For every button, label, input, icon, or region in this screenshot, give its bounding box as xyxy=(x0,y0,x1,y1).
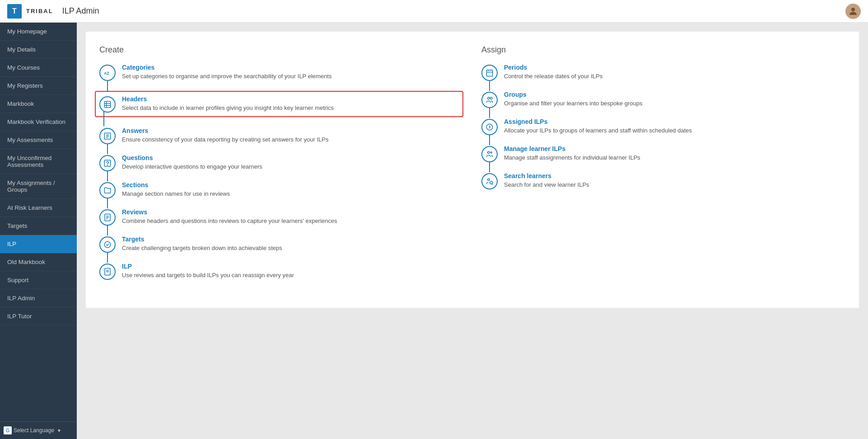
item-desc-targets: Create challenging targets broken down i… xyxy=(122,245,282,251)
tribal-logo: T xyxy=(7,4,22,19)
item-content-search-learners: Search learnersSearch for and view learn… xyxy=(504,172,845,189)
item-link-sections[interactable]: Sections xyxy=(122,181,463,189)
timeline-connector xyxy=(107,81,108,91)
svg-point-30 xyxy=(490,181,493,184)
timeline-item-manage-learner-ilps: Manage learner ILPsManage staff assignme… xyxy=(481,145,845,162)
page-title: ILP Admin xyxy=(62,6,99,16)
item-content-targets: TargetsCreate challenging targets broken… xyxy=(122,236,463,252)
item-desc-questions: Develop interactive questions to engage … xyxy=(122,163,262,170)
content-card: Create AZCategoriesSet up categories to … xyxy=(86,32,859,308)
sidebar-item-my-courses[interactable]: My Courses xyxy=(0,59,77,77)
item-link-ilp[interactable]: ILP xyxy=(122,263,463,270)
create-heading: Create xyxy=(99,45,463,55)
item-content-manage-learner-ilps: Manage learner ILPsManage staff assignme… xyxy=(504,145,845,162)
timeline-connector xyxy=(107,226,108,236)
create-timeline: AZCategoriesSet up categories to organis… xyxy=(99,64,463,280)
item-link-reviews[interactable]: Reviews xyxy=(122,208,463,216)
sidebar-nav: My HomepageMy DetailsMy CoursesMy Regist… xyxy=(0,23,77,421)
check-icon xyxy=(99,236,116,253)
item-link-categories[interactable]: Categories xyxy=(122,64,463,71)
sidebar-item-my-assessments[interactable]: My Assessments xyxy=(0,131,77,149)
timeline-connector xyxy=(107,198,108,208)
timeline-item-targets: TargetsCreate challenging targets broken… xyxy=(99,236,463,253)
svg-point-26 xyxy=(486,124,493,130)
svg-point-16 xyxy=(104,241,111,248)
item-link-answers[interactable]: Answers xyxy=(122,127,463,134)
item-content-reviews: ReviewsCombine headers and questions int… xyxy=(122,208,463,225)
item-content-sections: SectionsManage section names for use in … xyxy=(122,181,463,198)
create-column: Create AZCategoriesSet up categories to … xyxy=(99,45,463,290)
item-desc-manage-learner-ilps: Manage staff assignments for individual … xyxy=(504,154,640,161)
sidebar-item-my-registers[interactable]: My Registers xyxy=(0,77,77,95)
timeline-connector xyxy=(489,108,490,118)
svg-rect-20 xyxy=(486,70,493,76)
item-link-periods[interactable]: Periods xyxy=(504,64,845,71)
svg-point-28 xyxy=(490,152,492,153)
sidebar-item-ilp-admin[interactable]: ILP Admin xyxy=(0,289,77,307)
az-icon: AZ xyxy=(99,65,116,81)
two-col-layout: Create AZCategoriesSet up categories to … xyxy=(99,45,845,290)
svg-point-29 xyxy=(488,179,490,181)
item-link-search-learners[interactable]: Search learners xyxy=(504,172,845,179)
folder-icon xyxy=(99,182,116,198)
sidebar-item-markbook[interactable]: Markbook xyxy=(0,95,77,113)
timeline-item-periods: PeriodsControl the release dates of your… xyxy=(481,64,845,81)
sidebar-item-targets[interactable]: Targets xyxy=(0,217,77,235)
arrow-icon xyxy=(481,119,498,135)
language-dropdown-arrow: ▼ xyxy=(57,428,61,433)
item-link-questions[interactable]: Questions xyxy=(122,154,463,161)
timeline-item-questions: QuestionsDevelop interactive questions t… xyxy=(99,154,463,171)
people2-icon xyxy=(481,146,498,162)
sidebar-item-my-assignments-groups[interactable]: My Assignments / Groups xyxy=(0,174,77,199)
sidebar-item-ilp-tutor[interactable]: ILP Tutor xyxy=(0,307,77,326)
sidebar-item-my-homepage[interactable]: My Homepage xyxy=(0,23,77,41)
sidebar-item-support[interactable]: Support xyxy=(0,271,77,289)
timeline-item-ilp: ILPUse reviews and targets to build ILPs… xyxy=(99,263,463,280)
timeline-connector xyxy=(489,81,490,91)
item-content-questions: QuestionsDevelop interactive questions t… xyxy=(122,154,463,171)
timeline-connector xyxy=(489,162,490,172)
item-desc-answers: Ensure consistency of your data reportin… xyxy=(122,136,328,143)
doc-icon xyxy=(99,209,116,226)
item-link-manage-learner-ilps[interactable]: Manage learner ILPs xyxy=(504,145,845,152)
logo-name: TRIBAL xyxy=(26,8,53,14)
timeline-connector xyxy=(107,144,108,154)
item-desc-headers: Select data to include in learner profil… xyxy=(122,104,334,111)
item-content-periods: PeriodsControl the release dates of your… xyxy=(504,64,845,80)
item-link-targets[interactable]: Targets xyxy=(122,236,463,243)
timeline-item-reviews: ReviewsCombine headers and questions int… xyxy=(99,208,463,226)
assign-timeline: PeriodsControl the release dates of your… xyxy=(481,64,845,189)
timeline-connector xyxy=(489,135,490,145)
svg-point-24 xyxy=(488,97,490,99)
item-desc-sections: Manage section names for use in reviews xyxy=(122,190,230,197)
item-content-categories: CategoriesSet up categories to organise … xyxy=(122,64,463,80)
list-icon xyxy=(99,128,116,144)
item-desc-groups: Organise and filter your learners into b… xyxy=(504,100,642,107)
item-link-headers[interactable]: Headers xyxy=(122,95,458,103)
assign-column: Assign PeriodsControl the release dates … xyxy=(481,45,845,290)
avatar[interactable] xyxy=(845,4,861,19)
item-link-groups[interactable]: Groups xyxy=(504,91,845,98)
sidebar-item-my-details[interactable]: My Details xyxy=(0,41,77,59)
sidebar-item-markbook-verification[interactable]: Markbook Verification xyxy=(0,113,77,131)
item-desc-search-learners: Search for and view learner ILPs xyxy=(504,181,589,188)
sidebar-footer[interactable]: G Select Language ▼ xyxy=(0,421,77,439)
timeline-item-headers: HeadersSelect data to include in learner… xyxy=(95,91,463,117)
doc2-icon xyxy=(99,264,116,280)
sidebar-item-my-unconfirmed-assessments[interactable]: My Unconfirmed Assessments xyxy=(0,149,77,174)
sidebar-item-old-markbook[interactable]: Old Markbook xyxy=(0,253,77,271)
item-content-ilp: ILPUse reviews and targets to build ILPs… xyxy=(122,263,463,279)
item-link-assigned-ilps[interactable]: Assigned ILPs xyxy=(504,118,845,125)
item-content-groups: GroupsOrganise and filter your learners … xyxy=(504,91,845,108)
sidebar-item-at-risk-learners[interactable]: At Risk Learners xyxy=(0,199,77,217)
sidebar-item-ilp[interactable]: ILP xyxy=(0,235,77,253)
table-icon xyxy=(99,96,116,113)
google-icon: G xyxy=(4,426,12,434)
svg-point-27 xyxy=(488,151,490,154)
top-header: T TRIBAL ILP Admin xyxy=(0,0,868,23)
item-content-assigned-ilps: Assigned ILPsAllocate your ILPs to group… xyxy=(504,118,845,135)
search-people-icon xyxy=(481,173,498,189)
timeline-item-search-learners: Search learnersSearch for and view learn… xyxy=(481,172,845,189)
calendar-icon xyxy=(481,65,498,81)
item-desc-reviews: Combine headers and questions into revie… xyxy=(122,217,337,224)
